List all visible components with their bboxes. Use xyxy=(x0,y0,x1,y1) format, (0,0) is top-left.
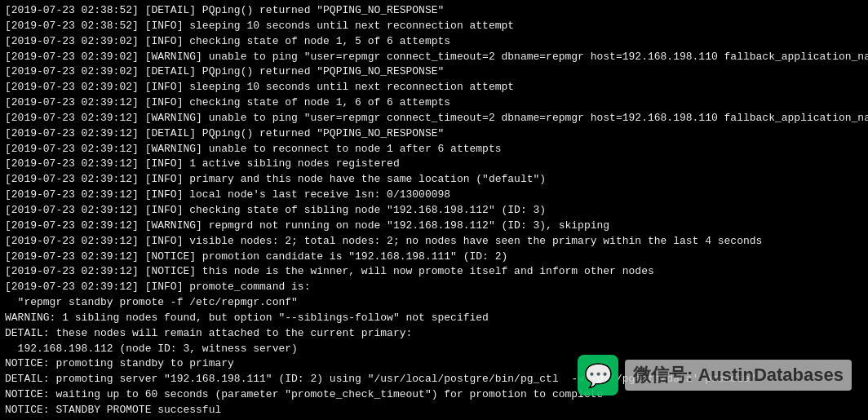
log-line: [2019-07-23 02:39:02] [INFO] sleeping 10… xyxy=(5,80,863,95)
log-line: [2019-07-23 02:39:12] [INFO] primary and… xyxy=(5,172,863,188)
watermark-text: 微信号: AustinDatabases xyxy=(625,360,852,391)
log-line: [2019-07-23 02:39:12] [WARNING] unable t… xyxy=(5,142,863,157)
log-line: [2019-07-23 02:39:02] [INFO] checking st… xyxy=(5,34,863,50)
log-line: [2019-07-23 02:39:12] [INFO] promote_com… xyxy=(5,280,863,295)
wechat-icon: 💬 xyxy=(578,355,618,396)
log-line: [2019-07-23 02:38:52] [DETAIL] PQping() … xyxy=(5,3,863,19)
log-line: [2019-07-23 02:39:12] [INFO] 1 active si… xyxy=(5,157,863,172)
log-line: [2019-07-23 02:39:02] [WARNING] unable t… xyxy=(5,50,863,65)
log-line: [2019-07-23 02:39:12] [WARNING] unable t… xyxy=(5,111,863,126)
log-line: [2019-07-23 02:39:12] [WARNING] repmgrd … xyxy=(5,219,863,234)
log-line: NOTICE: STANDBY PROMOTE successful xyxy=(5,403,863,418)
log-line: [2019-07-23 02:39:12] [DETAIL] PQping() … xyxy=(5,126,863,142)
log-line: [2019-07-23 02:39:12] [INFO] checking st… xyxy=(5,203,863,219)
watermark: 💬 微信号: AustinDatabases xyxy=(578,355,852,396)
log-line: "repmgr standby promote -f /etc/repmgr.c… xyxy=(5,295,863,311)
log-line: [2019-07-23 02:39:12] [INFO] visible nod… xyxy=(5,234,863,250)
svg-text:💬: 💬 xyxy=(584,362,613,390)
log-line: [2019-07-23 02:39:12] [INFO] checking st… xyxy=(5,95,863,111)
log-line: [2019-07-23 02:38:52] [INFO] sleeping 10… xyxy=(5,19,863,34)
terminal-window: [2019-07-23 02:38:52] [DETAIL] PQping() … xyxy=(0,0,868,420)
log-line: DETAIL: these nodes will remain attached… xyxy=(5,326,863,342)
log-line: [2019-07-23 02:39:12] [NOTICE] promotion… xyxy=(5,250,863,265)
log-line: [2019-07-23 02:39:12] [INFO] local node'… xyxy=(5,188,863,203)
log-line: WARNING: 1 sibling nodes found, but opti… xyxy=(5,311,863,326)
log-line: [2019-07-23 02:39:02] [DETAIL] PQping() … xyxy=(5,64,863,80)
log-line: [2019-07-23 02:39:12] [NOTICE] this node… xyxy=(5,264,863,280)
